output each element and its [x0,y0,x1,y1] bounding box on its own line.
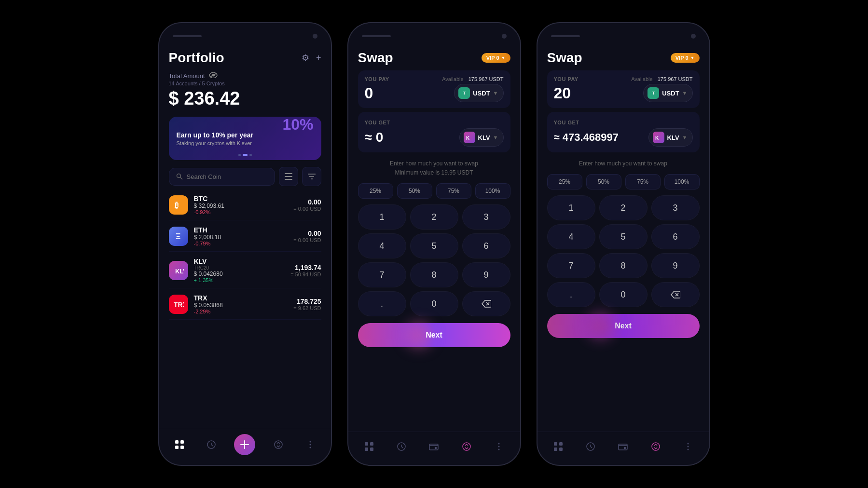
num-delete-1[interactable] [462,291,510,316]
nav-history-s1[interactable] [393,438,410,455]
svg-line-0 [210,73,217,77]
num-5-2[interactable]: 5 [599,224,648,249]
nav-wallet-s2[interactable] [614,438,632,455]
coin-item-trx[interactable]: TRX TRX $ 0.053868 -2.29% 178.725 = 9.62… [169,289,321,320]
percent-100-1[interactable]: 100% [475,183,510,199]
trx-balance: 178.725 = 9.62 USD [293,298,321,311]
pay-coin-name-1: USDT [473,90,490,97]
get-row-1: ≈ 0 K KLV ▼ [365,128,504,147]
num-3-2[interactable]: 3 [651,195,700,220]
num-0-1[interactable]: 0 [410,291,458,316]
swap-header-1: Swap VIP 0 ▼ [358,42,510,70]
banner-dot-2 [243,154,248,156]
next-button-2[interactable]: Next [547,314,700,338]
svg-point-33 [435,447,437,449]
percent-50-2[interactable]: 50% [586,174,621,190]
add-icon[interactable]: + [316,53,321,63]
pay-coin-selector-1[interactable]: T USDT ▼ [454,84,503,102]
numpad-1: 1 2 3 4 5 6 7 8 9 . 0 [358,204,510,316]
banner-text: Earn up to 10% per year Staking your cry… [177,131,254,146]
coin-list: ₿ BTC $ 32,093.61 -0.92% 0.00 = 0.00 USD [169,190,321,428]
num-7-1[interactable]: 7 [358,262,406,287]
num-5-1[interactable]: 5 [410,233,458,258]
eye-icon[interactable] [209,72,218,80]
notch-bar-3 [537,23,709,42]
num-4-1[interactable]: 4 [358,233,406,258]
num-7-2[interactable]: 7 [547,253,595,278]
swap-phone-2: Swap VIP 0 ▼ YOU PAY Available 175.967 U… [537,22,710,466]
svg-rect-5 [285,179,292,180]
nav-menu-s1[interactable] [490,438,508,455]
get-coin-name-1: KLV [478,134,490,141]
get-amount-1: ≈ 0 [365,130,384,145]
nav-portfolio[interactable] [171,436,188,453]
filter-button[interactable] [302,167,321,186]
nav-history-s2[interactable] [582,438,599,455]
vip-badge-2[interactable]: VIP 0 ▼ [671,53,700,63]
nav-swap[interactable] [270,436,287,453]
header-actions: ⚙ + [302,53,321,63]
nav-swap-s2[interactable] [647,438,664,455]
num-8-2[interactable]: 8 [599,253,648,278]
num-8-1[interactable]: 8 [410,262,458,287]
settings-icon[interactable]: ⚙ [302,53,309,63]
svg-rect-4 [285,176,292,177]
num-1-2[interactable]: 1 [547,195,595,220]
num-dot-1[interactable]: . [358,291,406,316]
svg-rect-28 [370,442,373,446]
bottom-nav-swap1 [348,432,520,465]
search-row [169,167,321,186]
numpad-2: 1 2 3 4 5 6 7 8 9 . 0 [547,195,700,307]
coin-item-eth[interactable]: Ξ ETH $ 2,008.18 -0.79% 0.00 = 0.00 USD [169,221,321,252]
svg-text:Ξ: Ξ [176,232,180,241]
swap-hint-1: Enter how much you want to swap Minimum … [358,159,510,177]
num-6-2[interactable]: 6 [651,224,700,249]
portfolio-header: Portfolio ⚙ + [169,42,321,69]
notch-dot-3 [691,34,696,39]
nav-portfolio-s2[interactable] [550,438,567,455]
nav-wallet-s1[interactable] [425,438,442,455]
nav-menu-s2[interactable] [679,438,697,455]
percent-75-1[interactable]: 75% [436,183,471,199]
num-1-1[interactable]: 1 [358,204,406,230]
num-9-1[interactable]: 9 [462,262,510,287]
nav-center[interactable] [234,434,255,455]
nav-portfolio-s1[interactable] [360,438,378,455]
coin-item-klv[interactable]: KLV KLV TRC20 $ 0.042680 + 1.35% 1,193.7… [169,253,321,288]
num-delete-2[interactable] [651,282,700,307]
pay-amount-1: 0 [365,84,373,102]
num-2-2[interactable]: 2 [599,195,648,220]
num-3-1[interactable]: 3 [462,204,510,230]
svg-text:KLV: KLV [175,268,184,275]
get-coin-selector-2[interactable]: K KLV ▼ [648,128,693,147]
num-6-1[interactable]: 6 [462,233,510,258]
num-4-2[interactable]: 4 [547,224,595,249]
klv-price: $ 0.042680 [194,271,285,277]
percent-25-1[interactable]: 25% [358,183,393,199]
percent-25-2[interactable]: 25% [547,174,582,190]
num-0-2[interactable]: 0 [599,282,648,307]
percent-50-1[interactable]: 50% [397,183,432,199]
percent-100-2[interactable]: 100% [664,174,700,190]
search-box[interactable] [169,168,275,186]
svg-rect-14 [180,440,184,444]
available-value-2: 175.967 USDT [658,76,693,82]
nav-menu[interactable] [302,436,319,453]
search-input[interactable] [187,173,268,180]
nav-history[interactable] [203,436,220,453]
pay-coin-selector-2[interactable]: T USDT ▼ [643,84,692,102]
list-view-button[interactable] [279,167,298,186]
num-2-1[interactable]: 2 [410,204,458,230]
eth-change: -0.79% [194,241,288,246]
num-9-2[interactable]: 9 [651,253,700,278]
promo-banner[interactable]: Earn up to 10% per year Staking your cry… [169,117,321,160]
klv-logo-sel-2: K [653,132,664,143]
next-button-1[interactable]: Next [358,323,510,347]
nav-swap-s1[interactable] [458,438,475,455]
get-coin-selector-1[interactable]: K KLV ▼ [459,128,504,147]
coin-item-btc[interactable]: ₿ BTC $ 32,093.61 -0.92% 0.00 = 0.00 USD [169,190,321,220]
num-dot-2[interactable]: . [547,282,595,307]
percent-75-2[interactable]: 75% [625,174,661,190]
you-pay-label-2: YOU PAY [554,76,579,82]
vip-badge-1[interactable]: VIP 0 ▼ [482,53,510,63]
